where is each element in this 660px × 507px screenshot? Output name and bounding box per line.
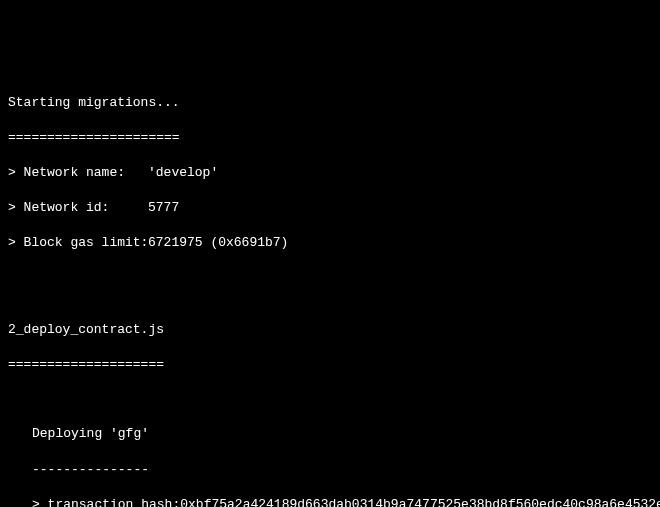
block-gas-limit-row: > Block gas limit:6721975 (0x6691b7) bbox=[8, 234, 652, 252]
migration-file: 2_deploy_contract.js bbox=[8, 321, 652, 339]
block-gas-limit-value: 6721975 (0x6691b7) bbox=[148, 234, 288, 252]
network-id-row: > Network id:5777 bbox=[8, 199, 652, 217]
network-name-row: > Network name:'develop' bbox=[8, 164, 652, 182]
block-gas-limit-label: > Block gas limit: bbox=[8, 234, 148, 252]
tx-hash-label: > transaction hash: bbox=[32, 496, 180, 507]
header-divider: ====================== bbox=[8, 129, 652, 147]
network-name-value: 'develop' bbox=[148, 164, 218, 182]
deploying-divider: --------------- bbox=[8, 461, 652, 479]
starting-migrations: Starting migrations... bbox=[8, 94, 652, 112]
network-id-label: > Network id: bbox=[8, 199, 148, 217]
terminal-output: Starting migrations... =================… bbox=[8, 76, 652, 507]
network-id-value: 5777 bbox=[148, 199, 179, 217]
tx-hash-row: > transaction hash:0xbf75a2a424189d663da… bbox=[8, 496, 652, 507]
network-name-label: > Network name: bbox=[8, 164, 148, 182]
tx-hash-value: 0xbf75a2a424189d663dab0314b9a7477525e38b… bbox=[180, 496, 660, 507]
deploying-header: Deploying 'gfg' bbox=[8, 425, 652, 443]
migration-file-divider: ==================== bbox=[8, 356, 652, 374]
